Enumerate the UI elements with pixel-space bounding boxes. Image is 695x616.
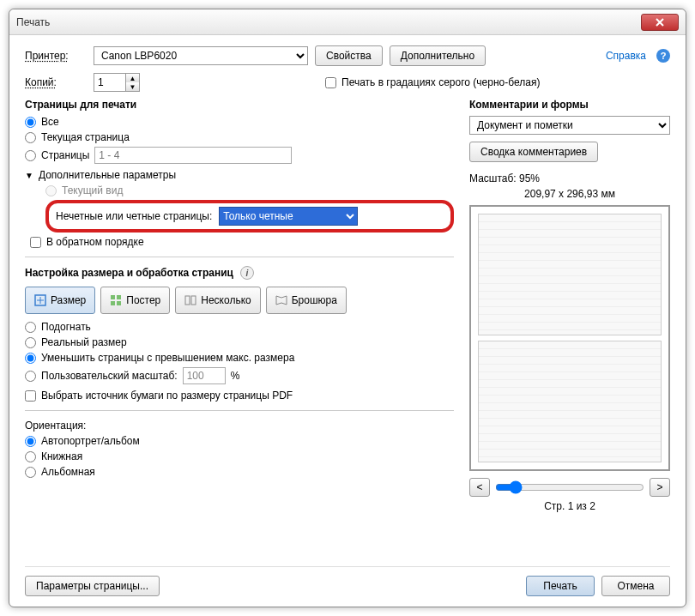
shrink-label: Уменьшить страницы с превышением макс. р… xyxy=(41,352,294,364)
more-options-toggle[interactable]: ▼ Дополнительные параметры xyxy=(25,169,454,181)
chevron-down-icon: ▼ xyxy=(25,171,33,180)
next-page-button[interactable]: > xyxy=(650,478,670,497)
reverse-checkbox[interactable] xyxy=(30,237,41,248)
printer-select[interactable]: Canon LBP6020 xyxy=(94,46,308,65)
grayscale-label: Печать в градациях серого (черно-белая) xyxy=(341,76,540,88)
svg-rect-1 xyxy=(111,295,115,299)
orient-auto-label: Автопортрет/альбом xyxy=(41,435,140,447)
odd-even-label: Нечетные или четные страницы: xyxy=(56,210,212,222)
custom-scale-radio[interactable] xyxy=(25,371,36,382)
tab-booklet[interactable]: Брошюра xyxy=(266,287,347,314)
svg-rect-2 xyxy=(117,295,121,299)
copies-input[interactable] xyxy=(94,74,125,91)
copies-spinner[interactable]: ▲▼ xyxy=(94,73,140,92)
actual-label: Реальный размер xyxy=(41,336,127,348)
pages-section-title: Страницы для печати xyxy=(25,99,454,111)
advanced-button[interactable]: Дополнительно xyxy=(390,45,486,66)
sizing-section-title: Настройка размера и обработка страниц xyxy=(25,267,233,279)
cancel-button[interactable]: Отмена xyxy=(601,576,670,596)
svg-rect-3 xyxy=(111,301,115,305)
orient-landscape-radio[interactable] xyxy=(25,467,36,478)
paper-source-label: Выбрать источник бумаги по размеру стран… xyxy=(41,390,293,402)
svg-rect-4 xyxy=(117,301,121,305)
pages-range-label: Страницы xyxy=(41,149,89,161)
orient-portrait-label: Книжная xyxy=(41,450,82,462)
custom-scale-input xyxy=(183,367,226,384)
fit-label: Подогнать xyxy=(41,321,91,333)
spinner-down-icon[interactable]: ▼ xyxy=(126,82,139,91)
spinner-up-icon[interactable]: ▲ xyxy=(126,74,139,82)
paper-source-checkbox[interactable] xyxy=(25,390,36,402)
actual-radio[interactable] xyxy=(25,337,36,348)
pct-label: % xyxy=(231,370,240,382)
orientation-title: Ориентация: xyxy=(25,420,454,432)
grayscale-checkbox[interactable] xyxy=(325,77,336,88)
help-icon[interactable]: ? xyxy=(656,49,670,63)
copies-label: Копий: xyxy=(25,76,87,88)
page-setup-button[interactable]: Параметры страницы... xyxy=(25,576,160,596)
orient-portrait-radio[interactable] xyxy=(25,451,36,462)
pages-all-radio[interactable] xyxy=(25,117,36,128)
printer-label: Принтер: xyxy=(25,50,87,62)
svg-rect-6 xyxy=(191,296,196,305)
booklet-icon xyxy=(275,294,287,306)
svg-rect-5 xyxy=(185,296,190,305)
pages-all-label: Все xyxy=(41,116,59,128)
help-link[interactable]: Справка xyxy=(606,50,646,62)
prev-page-button[interactable]: < xyxy=(469,478,490,497)
orient-landscape-label: Альбомная xyxy=(41,466,95,478)
current-view-label: Текущий вид xyxy=(62,184,123,196)
pages-current-label: Текущая страница xyxy=(41,131,130,143)
summary-button[interactable]: Сводка комментариев xyxy=(469,142,598,162)
multiple-icon xyxy=(184,294,196,306)
shrink-radio[interactable] xyxy=(25,353,36,364)
tab-poster[interactable]: Постер xyxy=(100,287,170,314)
page-slider[interactable] xyxy=(495,480,644,494)
titlebar: Печать xyxy=(9,9,686,35)
close-button[interactable] xyxy=(641,14,679,31)
scale-label: Масштаб: 95% xyxy=(469,172,670,184)
reverse-label: В обратном порядке xyxy=(46,236,144,248)
pages-range-radio[interactable] xyxy=(25,150,36,161)
pages-current-radio[interactable] xyxy=(25,132,36,143)
odd-even-highlight: Нечетные или четные страницы: Только чет… xyxy=(45,200,454,233)
tab-size[interactable]: Размер xyxy=(25,287,95,314)
fit-radio[interactable] xyxy=(25,322,36,333)
window-title: Печать xyxy=(16,16,641,28)
preview-document-1 xyxy=(478,214,662,335)
info-icon[interactable]: i xyxy=(240,266,254,280)
print-button[interactable]: Печать xyxy=(526,576,595,596)
properties-button[interactable]: Свойства xyxy=(315,45,383,66)
tab-multiple[interactable]: Несколько xyxy=(175,287,260,314)
preview-document-2 xyxy=(478,341,662,462)
size-icon xyxy=(34,294,46,306)
dims-label: 209,97 x 296,93 мм xyxy=(469,188,670,200)
current-view-radio xyxy=(45,185,57,196)
poster-icon xyxy=(110,294,122,306)
print-preview xyxy=(469,205,670,471)
custom-scale-label: Пользовательский масштаб: xyxy=(41,370,178,382)
close-icon xyxy=(656,18,664,27)
print-dialog: Печать Принтер: Canon LBP6020 Свойства Д… xyxy=(9,9,686,607)
pages-range-input[interactable] xyxy=(94,147,292,164)
comments-select[interactable]: Документ и пометки xyxy=(469,116,670,135)
orient-auto-radio[interactable] xyxy=(25,436,36,447)
odd-even-select[interactable]: Только четные xyxy=(219,207,358,226)
page-of-label: Стр. 1 из 2 xyxy=(469,500,670,512)
comments-section-title: Комментарии и формы xyxy=(469,99,670,111)
